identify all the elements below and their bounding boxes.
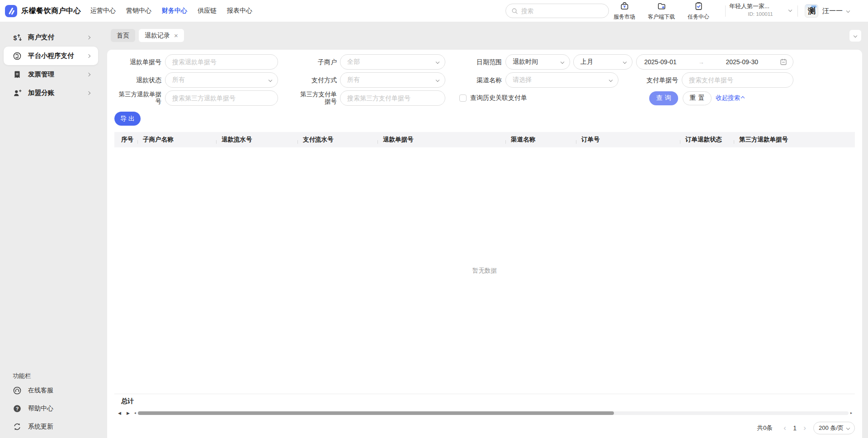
svg-text:$: $: [14, 34, 17, 41]
checkbox-unchecked[interactable]: [459, 94, 467, 102]
refresh-icon: [13, 422, 22, 431]
scrollbar-thumb[interactable]: [138, 411, 614, 415]
sidebar-item-system-update[interactable]: 系统更新: [0, 418, 102, 436]
refund-no-input[interactable]: [172, 58, 271, 66]
date-type-select[interactable]: 退款时间: [505, 54, 570, 70]
column-header-order-no: 订单号: [576, 136, 680, 144]
tab-refund-records[interactable]: 退款记录 ×: [139, 29, 184, 42]
sidebar-item-franchise-splitting[interactable]: 加盟分账: [4, 84, 98, 102]
column-header-refund-no: 退款单据号: [377, 136, 505, 144]
filter-buttons: 查询 重置 收起搜索: [649, 91, 744, 105]
download-folder-icon: [657, 1, 666, 13]
tab-home[interactable]: 首页: [111, 29, 135, 42]
filter-form: 退款单据号 子商户 全部 日期范围 退款时间 上月: [114, 50, 855, 107]
third-pay-no-field: [340, 90, 445, 106]
avatar: 测: [805, 4, 818, 18]
sidebar-item-label: 加盟分账: [28, 89, 54, 97]
quicklink-task-center[interactable]: 任务中心: [685, 1, 712, 21]
close-icon[interactable]: ×: [174, 32, 178, 39]
channel-select[interactable]: 请选择: [505, 72, 618, 88]
column-header-index: 序号: [114, 136, 137, 144]
nav-report-center[interactable]: 报表中心: [227, 7, 252, 15]
quicklink-label: 任务中心: [688, 13, 709, 21]
merchant-switcher[interactable]: 年轻人第一家... ID: 100011: [729, 2, 792, 17]
sidebar-item-invoice-management[interactable]: 发票管理: [4, 65, 98, 84]
sidebar-item-label: 商户支付: [28, 33, 54, 42]
sub-merchant-select[interactable]: 全部: [340, 54, 445, 70]
user-name: 汪一一: [822, 7, 843, 15]
column-header-sub-merchant: 子商户名称: [137, 136, 216, 144]
sidebar-item-online-support[interactable]: 在线客服: [0, 381, 102, 400]
third-refund-no-input[interactable]: [172, 94, 271, 102]
refund-records-panel: 退款单据号 子商户 全部 日期范围 退款时间 上月: [107, 50, 862, 438]
page-tabbar: 首页 退款记录 ×: [111, 29, 184, 42]
merchant-id: ID: 100011: [729, 11, 792, 17]
sidebar: $ 商户支付 平台小程序支付 发票管理 加盟分账: [0, 22, 102, 438]
miniprogram-icon: [13, 52, 22, 61]
quicklink-service-market[interactable]: 服务市场: [611, 1, 637, 21]
currency-exchange-icon: $: [13, 33, 22, 42]
prev-page-button[interactable]: ‹: [780, 424, 790, 432]
refund-status-select[interactable]: 所有: [165, 72, 278, 88]
pay-method-select[interactable]: 所有: [340, 72, 445, 88]
third-pay-no-label: 第三方支付单据号: [278, 91, 337, 105]
chevron-right-icon: [87, 35, 90, 39]
total-count: 共0条: [757, 424, 773, 432]
filter-row-2: 退款状态 所有 支付方式 所有 渠道名称 请选择 支付单据号: [114, 71, 855, 89]
next-page-button[interactable]: ›: [800, 424, 810, 432]
chevron-down-icon: [561, 60, 564, 64]
global-search: [505, 4, 609, 18]
nav-operation-center[interactable]: 运营中心: [90, 7, 116, 15]
refund-no-label: 退款单据号: [114, 58, 161, 66]
table-summary-row: 总计: [114, 394, 855, 409]
scrollbar-track[interactable]: [138, 411, 849, 415]
app-window: 乐檬餐饮商户中心 运营中心 营销中心 财务中心 供应链 报表中心 服务市场: [0, 0, 868, 438]
tabbar-collapse-button[interactable]: [849, 30, 861, 42]
date-preset-select[interactable]: 上月: [573, 54, 632, 70]
chevron-down-icon: [846, 9, 850, 13]
date-end-value[interactable]: 2025-09-30: [726, 58, 758, 66]
page-size-select[interactable]: 200 条/页: [813, 422, 855, 434]
date-start-value[interactable]: 2025-09-01: [644, 58, 677, 66]
merchant-name: 年轻人第一家...: [729, 2, 792, 10]
scrollbar-right-arrow[interactable]: ▸: [850, 411, 852, 415]
nav-finance-center[interactable]: 财务中心: [162, 7, 187, 15]
sidebar-item-label: 发票管理: [28, 70, 54, 79]
search-icon: [511, 8, 518, 14]
chevron-down-icon: [846, 426, 850, 429]
sub-merchant-label: 子商户: [278, 58, 337, 66]
nav-marketing-center[interactable]: 营销中心: [126, 7, 151, 15]
brand: 乐檬餐饮商户中心: [5, 0, 81, 22]
scroll-left-button[interactable]: ◀: [118, 411, 121, 415]
sidebar-footer: 功能栏 在线客服 ? 帮助中心 系统更新: [0, 371, 102, 436]
history-link-checkbox-group[interactable]: 查询历史关联支付单: [459, 94, 527, 102]
date-range-picker[interactable]: 2025-09-01 → 2025-09-30: [636, 54, 793, 70]
sidebar-item-merchant-pay[interactable]: $ 商户支付: [4, 28, 98, 47]
global-search-input[interactable]: [521, 8, 603, 14]
top-nav: 运营中心 营销中心 财务中心 供应链 报表中心: [90, 0, 252, 22]
current-page[interactable]: 1: [790, 424, 800, 432]
scroll-right-button[interactable]: ▶: [127, 411, 130, 415]
scrollbar-left-arrow[interactable]: ◂: [134, 411, 136, 415]
export-row: 导出: [114, 112, 855, 126]
column-header-channel: 渠道名称: [505, 136, 576, 144]
filter-row-1: 退款单据号 子商户 全部 日期范围 退款时间 上月: [114, 53, 855, 71]
top-header: 乐檬餐饮商户中心 运营中心 营销中心 财务中心 供应链 报表中心 服务市场: [0, 0, 868, 22]
export-button[interactable]: 导出: [114, 112, 141, 126]
query-button[interactable]: 查询: [649, 91, 678, 105]
quicklink-client-download[interactable]: 客户端下载: [648, 1, 675, 21]
channel-label: 渠道名称: [445, 76, 502, 84]
nav-supply-chain[interactable]: 供应链: [198, 7, 217, 15]
chevron-right-icon: [87, 91, 90, 94]
column-header-third-refund-no: 第三方退款单据号: [734, 136, 855, 144]
date-range-label: 日期范围: [445, 58, 502, 66]
pay-no-input[interactable]: [689, 76, 786, 84]
quicklink-label: 客户端下载: [648, 13, 675, 21]
sidebar-item-platform-miniprogram-pay[interactable]: 平台小程序支付: [4, 47, 98, 65]
user-menu[interactable]: 测 汪一一: [805, 0, 849, 22]
collapse-search-link[interactable]: 收起搜索: [716, 94, 744, 102]
sidebar-item-help-center[interactable]: ? 帮助中心: [0, 400, 102, 418]
reset-button[interactable]: 重置: [683, 91, 712, 105]
third-pay-no-input[interactable]: [347, 94, 438, 102]
tab-label: 退款记录: [145, 32, 170, 40]
